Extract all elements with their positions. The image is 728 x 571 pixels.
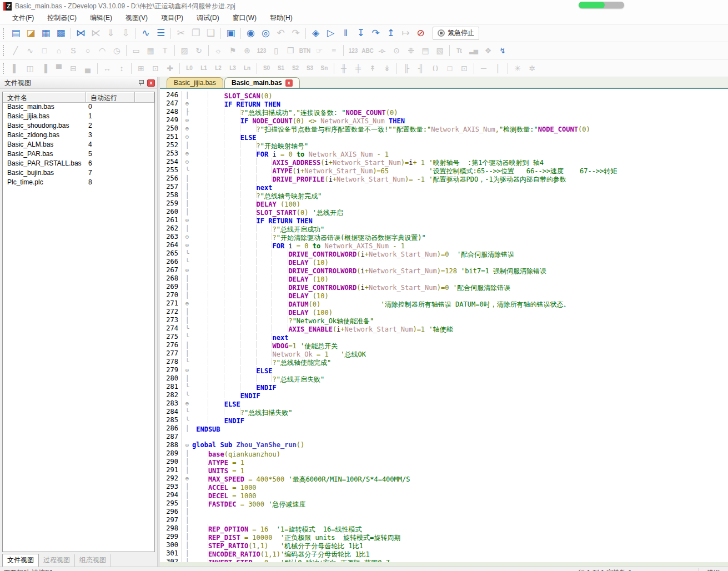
code-editor[interactable]: 246│SLOT_SCAN(0)247⊖IF RETURN THEN248├?"… (160, 90, 728, 562)
debug-run-icon[interactable]: ▷ (323, 27, 338, 40)
code-line[interactable]: 271⊖DATUM(0) '清除控制器所有轴错误 DATUM=0时，清除所有轴的… (160, 299, 728, 308)
contact-open-icon[interactable]: ╫ (337, 62, 351, 74)
fold-marker[interactable]: │ (182, 541, 192, 549)
slider-icon[interactable]: -o- (375, 44, 389, 57)
code-line[interactable]: 269│DRIVE_CONTROLWORD(i+Network_Start_Nu… (160, 283, 728, 291)
image-icon[interactable]: ▨ (177, 44, 192, 57)
code-line[interactable]: 253⊖FOR i = 0 to Network_AXIS_Num - 1 (160, 149, 728, 158)
draw-line-icon[interactable]: ╱ (8, 44, 23, 57)
debug-start-icon[interactable]: ◈ (308, 27, 323, 40)
fold-marker[interactable]: │ (182, 183, 192, 191)
menu-project[interactable]: 项目(P) (154, 12, 190, 24)
fold-marker[interactable]: ⊖ (182, 366, 192, 374)
toolbar-grip[interactable] (3, 45, 6, 56)
view-tab[interactable]: 组态视图 (75, 554, 111, 567)
fold-marker[interactable]: │ (182, 308, 192, 316)
menu-file[interactable]: 文件(F) (6, 12, 41, 24)
fold-marker[interactable]: │ (182, 533, 192, 541)
align-bottom-icon[interactable]: ▄ (81, 62, 95, 74)
palette-icon[interactable]: ❉ (404, 44, 418, 57)
fold-marker[interactable]: │ (182, 483, 192, 491)
file-row[interactable]: Basic_main.bas0 (3, 103, 154, 112)
debug-pause-icon[interactable]: ‖ (338, 27, 353, 40)
code-line[interactable]: 270│DELAY (10) (160, 291, 728, 299)
code-line[interactable]: 256│DRIVE_PROFILE(i+Network_Start_Num)= … (160, 174, 728, 183)
contact-rising-icon[interactable]: ↟ (365, 62, 380, 74)
label-l1-icon[interactable]: L1 (197, 62, 211, 74)
code-line[interactable]: 297│ (160, 516, 728, 524)
code-line[interactable]: 261⊖IF RETURN THEN (160, 216, 728, 224)
function-block-icon[interactable]: □ (443, 62, 457, 74)
same-width-icon[interactable]: ↔ (100, 62, 114, 74)
code-line[interactable]: 278╰?"总线轴使能完成" (160, 358, 728, 366)
code-line[interactable]: 285╰ENDIF (160, 416, 728, 424)
code-line[interactable]: 259│DELAY (100) (160, 199, 728, 208)
code-line[interactable]: 275╰next (160, 333, 728, 341)
code-line[interactable]: 283⊖ELSE (160, 399, 728, 408)
v-line-icon[interactable]: │ (491, 62, 505, 74)
print-icon[interactable]: ▣ (223, 27, 238, 40)
font-tool-icon[interactable]: Tt (452, 44, 466, 57)
fold-marker[interactable]: ⊖ (182, 124, 192, 133)
fold-marker[interactable]: ╰ (182, 258, 192, 266)
label-sn-icon[interactable]: Sn (317, 62, 332, 74)
align-top-icon[interactable]: ▀ (52, 62, 66, 74)
step-over-icon[interactable]: ↷ (368, 27, 383, 40)
component-icon[interactable]: ❖ (481, 44, 495, 57)
code-line[interactable]: 279⊖ELSE (160, 366, 728, 374)
save-icon[interactable]: ▦ (38, 27, 53, 40)
fold-marker[interactable]: ╰ (182, 416, 192, 424)
fold-marker[interactable]: │ (182, 199, 192, 208)
find-icon[interactable]: ◉ (243, 27, 258, 40)
branch-open-icon[interactable]: ╟ (399, 62, 414, 74)
coil-icon[interactable]: ( ) (428, 62, 443, 74)
ruler-icon[interactable]: ▭ (129, 44, 143, 57)
fold-marker[interactable]: │ (182, 91, 192, 99)
align-center-h-icon[interactable]: ◫ (23, 62, 37, 74)
fold-marker[interactable]: ├ (182, 108, 192, 116)
fold-marker[interactable]: │ (182, 349, 192, 358)
code-line[interactable]: 292⊖MAX_SPEED = 400*500 '最高6000R/MIN=100… (160, 474, 728, 483)
step-out-icon[interactable]: ↥ (383, 27, 398, 40)
undo-icon[interactable]: ↶ (273, 27, 288, 40)
fold-marker[interactable]: │ (182, 466, 192, 474)
fold-marker[interactable]: ⊖ (182, 149, 192, 158)
fold-marker[interactable]: │ (182, 491, 192, 499)
lamp-icon[interactable]: ☼ (211, 44, 225, 57)
code-line[interactable]: 262│?"总线开启成功" (160, 224, 728, 233)
fold-marker[interactable]: ╰ (182, 333, 192, 341)
code-line[interactable]: 294│DECEL = 1000 (160, 491, 728, 499)
cad-icon[interactable]: ▧ (433, 44, 447, 57)
fold-marker[interactable]: │ (182, 458, 192, 466)
fold-marker[interactable]: │ (182, 316, 192, 324)
fold-marker[interactable]: ⊖ (182, 233, 192, 241)
new-file-icon[interactable]: ▤ (8, 27, 23, 40)
h-line-icon[interactable]: ─ (476, 62, 491, 74)
menu-controller[interactable]: 控制器(C) (41, 12, 83, 24)
code-line[interactable]: 281╰ENDIF (160, 383, 728, 391)
document-tab[interactable]: Basic_jijia.bas (167, 77, 223, 88)
fold-marker[interactable]: │ (182, 224, 192, 233)
panel-close-button[interactable]: x (147, 79, 155, 87)
fold-marker[interactable]: ╰ (182, 358, 192, 366)
connect-icon[interactable]: ⋈ (73, 27, 88, 40)
column-autorun[interactable]: 自动运行 (86, 92, 135, 102)
fold-marker[interactable]: ⊖ (182, 266, 192, 274)
code-line[interactable]: 289│base(qiankuanzhou) (160, 449, 728, 458)
label-ln-icon[interactable]: Ln (240, 62, 254, 74)
fold-marker[interactable]: │ (182, 283, 192, 291)
code-line[interactable]: 247⊖IF RETURN THEN (160, 99, 728, 108)
fold-marker[interactable]: │ (182, 524, 192, 533)
button-widget-icon[interactable]: BTN (298, 44, 312, 57)
pin-icon[interactable] (138, 79, 144, 86)
align-left-icon[interactable]: ▌ (8, 62, 23, 74)
align-middle-icon[interactable]: ⊟ (66, 62, 81, 74)
code-line[interactable]: 299│REP_DIST = 10000 '正负极限 units 旋转模式=旋转… (160, 533, 728, 541)
file-row[interactable]: Plc_time.plc8 (3, 178, 154, 188)
label-l2-icon[interactable]: L2 (211, 62, 225, 74)
numeric-input-icon[interactable]: 123 (346, 44, 360, 57)
fold-marker[interactable]: │ (182, 208, 192, 216)
menu-debug[interactable]: 调试(D) (190, 12, 226, 24)
redo-icon[interactable]: ↷ (288, 27, 303, 40)
draw-rect-icon[interactable]: □ (37, 44, 52, 57)
